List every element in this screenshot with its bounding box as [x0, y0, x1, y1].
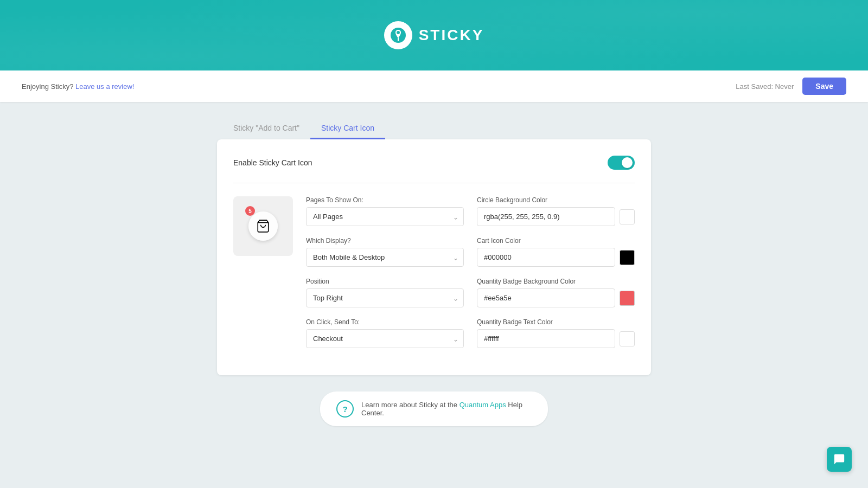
enable-label: Enable Sticky Cart Icon: [233, 158, 312, 167]
qty-badge-text-label: Quantity Badge Text Color: [477, 318, 635, 326]
circle-bg-label: Circle Background Color: [477, 196, 635, 204]
display-select-wrapper: Both Mobile & Desktop Mobile Only Deskto…: [306, 248, 464, 267]
qty-badge-bg-label: Quantity Badge Background Color: [477, 278, 635, 285]
onclick-label: On Click, Send To:: [306, 318, 464, 326]
qty-badge-text-row: [477, 329, 635, 348]
circle-bg-swatch[interactable]: [620, 209, 635, 224]
display-select[interactable]: Both Mobile & Desktop Mobile Only Deskto…: [306, 248, 464, 267]
main-content: Sticky "Add to Cart" Sticky Cart Icon En…: [217, 102, 651, 442]
circle-bg-input[interactable]: [477, 207, 615, 226]
qty-badge-bg-field-group: Quantity Badge Background Color: [477, 278, 635, 307]
toggle-track[interactable]: [608, 156, 635, 170]
qty-badge-bg-row: [477, 288, 635, 307]
settings-grid: 5 Pages To Show On:: [233, 196, 635, 359]
review-prompt: Enjoying Sticky? Leave us a review!: [22, 82, 134, 91]
qty-badge-bg-swatch[interactable]: [620, 291, 635, 306]
cart-badge: 5: [245, 206, 255, 216]
brand: STICKY: [384, 21, 484, 49]
qty-badge-text-swatch[interactable]: [620, 331, 635, 346]
review-link[interactable]: Leave us a review!: [75, 82, 134, 91]
cart-icon-color-field-group: Cart Icon Color: [477, 237, 635, 267]
tab-cart-icon[interactable]: Sticky Cart Icon: [310, 118, 385, 139]
qty-badge-text-input[interactable]: [477, 329, 615, 348]
right-column: Circle Background Color Cart Icon Color …: [477, 196, 635, 359]
circle-bg-row: [477, 207, 635, 226]
logo: [384, 21, 412, 49]
pages-label: Pages To Show On:: [306, 196, 464, 204]
circle-bg-field-group: Circle Background Color: [477, 196, 635, 226]
cart-icon-color-label: Cart Icon Color: [477, 237, 635, 245]
cart-preview: 5: [233, 196, 293, 359]
pages-field-group: Pages To Show On: All Pages Home Page Co…: [306, 196, 464, 226]
app-title: STICKY: [419, 27, 484, 44]
toggle-thumb: [622, 157, 633, 168]
settings-card: Enable Sticky Cart Icon 5: [217, 139, 651, 375]
help-icon: ?: [336, 400, 354, 418]
position-select[interactable]: Top Right Top Left Bottom Right Bottom L…: [306, 288, 464, 307]
onclick-select[interactable]: Checkout Cart Page: [306, 329, 464, 348]
onclick-select-wrapper: Checkout Cart Page: [306, 329, 464, 348]
tabs: Sticky "Add to Cart" Sticky Cart Icon: [217, 118, 651, 139]
save-button[interactable]: Save: [802, 78, 846, 95]
cart-circle: [248, 211, 278, 241]
bottom-info-text: Learn more about Sticky at the Quantum A…: [361, 401, 532, 417]
header: STICKY: [0, 0, 868, 70]
bottom-info: ? Learn more about Sticky at the Quantum…: [217, 391, 651, 426]
onclick-field-group: On Click, Send To: Checkout Cart Page: [306, 318, 464, 348]
position-label: Position: [306, 278, 464, 285]
quantum-apps-link[interactable]: Quantum Apps: [459, 401, 506, 409]
chat-button[interactable]: [827, 447, 852, 472]
last-saved: Last Saved: Never: [736, 82, 794, 91]
top-bar-actions: Last Saved: Never Save: [736, 78, 846, 95]
display-field-group: Which Display? Both Mobile & Desktop Mob…: [306, 237, 464, 267]
bottom-info-box: ? Learn more about Sticky at the Quantum…: [320, 391, 548, 426]
cart-icon-color-input[interactable]: [477, 248, 615, 267]
cart-icon-color-row: [477, 248, 635, 267]
position-select-wrapper: Top Right Top Left Bottom Right Bottom L…: [306, 288, 464, 307]
pages-select-wrapper: All Pages Home Page Collection Pages Pro…: [306, 207, 464, 226]
position-field-group: Position Top Right Top Left Bottom Right…: [306, 278, 464, 307]
pages-select[interactable]: All Pages Home Page Collection Pages Pro…: [306, 207, 464, 226]
qty-badge-bg-input[interactable]: [477, 288, 615, 307]
qty-badge-text-field-group: Quantity Badge Text Color: [477, 318, 635, 348]
tab-add-to-cart[interactable]: Sticky "Add to Cart": [222, 118, 310, 139]
cart-icon-color-swatch[interactable]: [620, 250, 635, 265]
enable-row: Enable Sticky Cart Icon: [233, 156, 635, 183]
display-label: Which Display?: [306, 237, 464, 245]
svg-point-1: [397, 31, 400, 34]
cart-preview-box: 5: [233, 196, 293, 256]
left-column: Pages To Show On: All Pages Home Page Co…: [306, 196, 464, 359]
enjoying-text: Enjoying Sticky?: [22, 82, 73, 91]
enable-toggle[interactable]: [608, 156, 635, 170]
bottom-text-before: Learn more about Sticky at the: [361, 401, 459, 409]
top-bar: Enjoying Sticky? Leave us a review! Last…: [0, 70, 868, 102]
